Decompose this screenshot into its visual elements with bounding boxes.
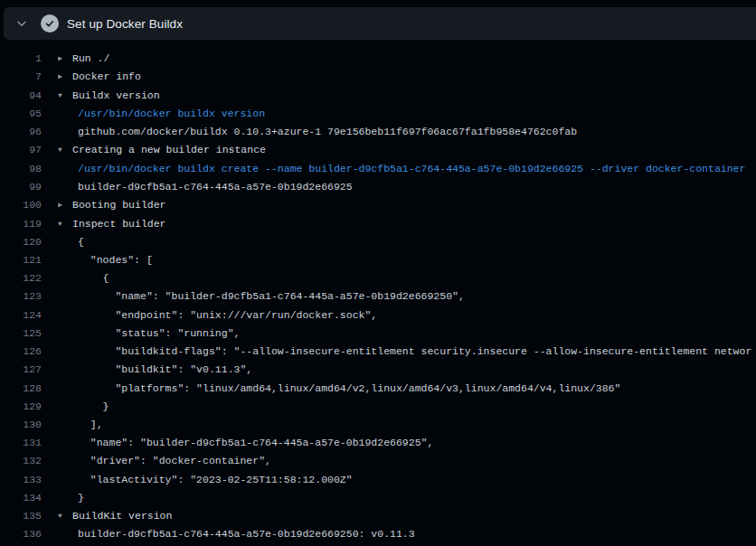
log-output-text: "lastActivity": "2023-02-25T11:58:12.000…: [58, 471, 353, 489]
line-number[interactable]: 125: [0, 325, 42, 343]
log-line-row: 125 "status": "running",: [0, 325, 756, 343]
log-line-row: 136builder-d9cfb5a1-c764-445a-a57e-0b19d…: [0, 525, 756, 543]
line-number[interactable]: 136: [0, 525, 42, 543]
line-number[interactable]: 120: [0, 233, 42, 251]
line-number[interactable]: 99: [0, 178, 42, 196]
log-line-row: 131 "name": "builder-d9cfb5a1-c764-445a-…: [0, 434, 756, 452]
line-number[interactable]: 94: [0, 87, 42, 105]
line-number[interactable]: 130: [0, 416, 42, 434]
log-group-cell: ▶Run ./: [58, 50, 109, 68]
triangle-down-icon: ▼: [58, 507, 72, 525]
log-output-text: "status": "running",: [58, 325, 240, 343]
line-number[interactable]: 100: [0, 196, 42, 214]
line-number[interactable]: 135: [0, 507, 42, 525]
line-number[interactable]: 1: [0, 50, 42, 68]
log-output-text: builder-d9cfb5a1-c764-445a-a57e-0b19d2e6…: [58, 525, 415, 543]
log-group-cell: ▶Docker info: [58, 68, 141, 86]
log-group-title: Docker info: [72, 71, 141, 82]
log-group-row[interactable]: 135▼BuildKit version: [0, 507, 756, 525]
log-line-row: 134}: [0, 489, 756, 507]
line-number[interactable]: 128: [0, 380, 42, 398]
line-number[interactable]: 129: [0, 398, 42, 416]
log-group-cell: ▼Buildx version: [58, 87, 160, 105]
triangle-right-icon: ▶: [58, 196, 72, 214]
log-line-row: 132 "driver": "docker-container",: [0, 452, 756, 470]
log-output-text: "platforms": "linux/amd64,linux/amd64/v2…: [58, 380, 620, 398]
triangle-down-icon: ▼: [58, 215, 72, 233]
log-output-text: "buildkitd-flags": "--allow-insecure-ent…: [58, 343, 751, 361]
log-group-row[interactable]: 119▼Inspect builder: [0, 215, 756, 233]
log-group-row[interactable]: 100▶Booting builder: [0, 196, 756, 214]
line-number[interactable]: 121: [0, 251, 42, 269]
line-number[interactable]: 133: [0, 471, 42, 489]
log-group-row[interactable]: 1▶Run ./: [0, 50, 756, 68]
line-number[interactable]: 97: [0, 141, 42, 159]
line-number[interactable]: 132: [0, 452, 42, 470]
log-area: 1▶Run ./7▶Docker info94▼Buildx version95…: [0, 40, 756, 543]
log-group-title: Inspect builder: [72, 218, 166, 230]
log-line-row: 120{: [0, 233, 756, 251]
line-number[interactable]: 123: [0, 287, 42, 306]
chevron-down-icon[interactable]: [14, 16, 29, 31]
log-line-row: 122 {: [0, 269, 756, 287]
log-group-row[interactable]: 7▶Docker info: [0, 68, 756, 86]
log-line-row: 124 "endpoint": "unix:///var/run/docker.…: [0, 306, 756, 325]
line-number[interactable]: 96: [0, 123, 42, 141]
log-output-text: {: [58, 269, 109, 287]
line-number[interactable]: 122: [0, 269, 42, 287]
line-number[interactable]: 95: [0, 105, 42, 123]
triangle-down-icon: ▼: [58, 141, 72, 159]
line-number[interactable]: 127: [0, 361, 42, 379]
log-group-title: Booting builder: [72, 199, 166, 211]
log-line-row: 96github.com/docker/buildx 0.10.3+azure-…: [0, 123, 756, 141]
triangle-down-icon: ▼: [58, 87, 72, 105]
log-line-row: 126 "buildkitd-flags": "--allow-insecure…: [0, 343, 756, 361]
log-group-title: Creating a new builder instance: [72, 145, 266, 156]
line-number[interactable]: 119: [0, 215, 42, 233]
line-number[interactable]: 7: [0, 68, 42, 86]
log-line-row: 95/usr/bin/docker buildx version: [0, 105, 756, 123]
log-group-cell: ▶Booting builder: [58, 196, 166, 214]
log-line-row: 130 ],: [0, 416, 756, 434]
log-output-text: "name": "builder-d9cfb5a1-c764-445a-a57e…: [58, 434, 433, 452]
triangle-right-icon: ▶: [58, 68, 72, 86]
log-output-text: builder-d9cfb5a1-c764-445a-a57e-0b19d2e6…: [58, 178, 353, 196]
log-line-row: 133 "lastActivity": "2023-02-25T11:58:12…: [0, 471, 756, 489]
triangle-right-icon: ▶: [58, 50, 72, 68]
line-number[interactable]: 98: [0, 160, 42, 178]
log-line-row: 99builder-d9cfb5a1-c764-445a-a57e-0b19d2…: [0, 178, 756, 196]
log-output-text: "name": "builder-d9cfb5a1-c764-445a-a57e…: [58, 287, 465, 306]
log-output-text: "endpoint": "unix:///var/run/docker.sock…: [58, 306, 377, 325]
log-command-text: /usr/bin/docker buildx version: [58, 105, 265, 123]
log-output-text: }: [58, 398, 109, 416]
line-number[interactable]: 124: [0, 306, 42, 325]
log-output-text: "driver": "docker-container",: [58, 452, 271, 470]
log-output-text: "buildkit": "v0.11.3",: [58, 361, 252, 379]
log-line-row: 127 "buildkit": "v0.11.3",: [0, 361, 756, 379]
line-number[interactable]: 134: [0, 489, 42, 507]
line-number[interactable]: 131: [0, 434, 42, 452]
check-circle-icon: [41, 14, 59, 33]
log-group-title: BuildKit version: [72, 510, 172, 522]
log-group-title: Buildx version: [72, 89, 160, 101]
step-title: Set up Docker Buildx: [67, 17, 183, 31]
log-group-row[interactable]: 97▼Creating a new builder instance: [0, 141, 756, 159]
line-number[interactable]: 126: [0, 343, 42, 361]
log-output-text: }: [58, 489, 84, 507]
log-output-text: ],: [58, 416, 103, 434]
log-group-title: Run ./: [72, 52, 109, 64]
log-output-text: "nodes": [: [58, 251, 153, 269]
log-output-text: github.com/docker/buildx 0.10.3+azure-1 …: [58, 123, 577, 141]
log-line-row: 98/usr/bin/docker buildx create --name b…: [0, 160, 756, 178]
log-group-row[interactable]: 94▼Buildx version: [0, 87, 756, 105]
log-command-text: /usr/bin/docker buildx create --name bui…: [58, 160, 745, 178]
log-line-row: 123 "name": "builder-d9cfb5a1-c764-445a-…: [0, 287, 756, 306]
log-line-row: 128 "platforms": "linux/amd64,linux/amd6…: [0, 380, 756, 398]
log-output-text: {: [58, 233, 84, 251]
log-group-cell: ▼BuildKit version: [58, 507, 172, 525]
step-header[interactable]: Set up Docker Buildx: [4, 7, 756, 40]
log-group-cell: ▼Inspect builder: [58, 215, 166, 233]
log-line-row: 129 }: [0, 398, 756, 416]
log-group-cell: ▼Creating a new builder instance: [58, 141, 266, 159]
log-line-row: 121 "nodes": [: [0, 251, 756, 269]
